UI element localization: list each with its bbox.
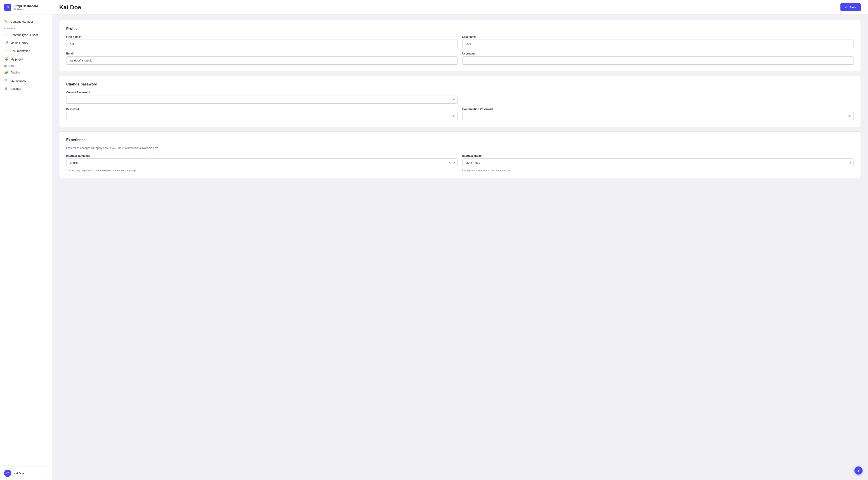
- email-label: Email*: [66, 52, 458, 55]
- sidebar-item-label: Plugins: [10, 71, 20, 74]
- sidebar-footer: KD Kai Doe ‹: [0, 466, 52, 480]
- confirm-password-label: Confirmation Password: [462, 108, 854, 111]
- language-label: Interface language: [66, 154, 458, 157]
- sidebar-item-content-type-builder[interactable]: ⊞ Content-Type Builder: [0, 31, 52, 39]
- sidebar: S Strapi Dashboard Workplace ✏️ Content …: [0, 0, 52, 480]
- page-title: Kai Doe: [59, 4, 81, 11]
- mode-select-wrapper: Light mode ▾: [462, 158, 854, 167]
- sidebar-item-media-library[interactable]: 🖼 Media Library: [0, 39, 52, 47]
- mode-hint: Displays your interface in the chosen mo…: [462, 169, 854, 172]
- username-label: Username: [462, 52, 854, 55]
- main-content: Profile First name* Last name Email*: [52, 15, 868, 184]
- sidebar-item-my-plugin[interactable]: 🧩 My plugin: [0, 55, 52, 63]
- mode-label: Interface mode: [462, 154, 854, 157]
- help-button[interactable]: ?: [855, 467, 863, 475]
- username-input[interactable]: [462, 56, 854, 65]
- shopping-cart-icon: 🛒: [4, 79, 8, 83]
- mode-select[interactable]: Light mode: [462, 158, 854, 167]
- confirm-password-group: Confirmation Password 👁: [462, 108, 854, 120]
- sidebar-item-label: Marketplace: [10, 79, 26, 82]
- last-name-label: Last name: [462, 35, 854, 38]
- current-password-wrapper: 👁: [66, 95, 458, 103]
- puzzle-icon: 🧩: [4, 70, 8, 74]
- avatar: KD: [4, 470, 11, 477]
- password-input[interactable]: [66, 112, 458, 120]
- sidebar-item-label: My plugin: [10, 57, 23, 61]
- language-select[interactable]: English: [66, 158, 458, 167]
- profile-card: Profile First name* Last name Email*: [59, 20, 861, 71]
- sidebar-logo: S: [4, 4, 11, 11]
- sidebar-user-info[interactable]: KD Kai Doe: [4, 470, 46, 477]
- current-password-row: Current Password 👁: [66, 91, 854, 103]
- main-header: Kai Doe ✓ Save: [52, 0, 868, 15]
- username-group: Username: [462, 52, 854, 65]
- current-password-input[interactable]: [66, 95, 458, 103]
- sidebar-item-marketplace[interactable]: 🛒 Marketplace: [0, 77, 52, 85]
- last-name-group: Last name: [462, 35, 854, 48]
- here-link[interactable]: here: [153, 147, 158, 150]
- password-label: Password: [66, 108, 458, 111]
- sidebar-app-name: Strapi Dashboard: [13, 4, 38, 8]
- profile-card-title: Profile: [66, 27, 854, 31]
- sidebar-workspace: Workplace: [13, 8, 38, 10]
- edit-icon: ✏️: [4, 20, 8, 24]
- confirm-password-wrapper: 👁: [462, 112, 854, 120]
- password-card-title: Change password: [66, 82, 854, 86]
- new-password-row: Password 👁 Confirmation Password 👁: [66, 108, 854, 120]
- puzzle-icon: 🧩: [4, 57, 8, 61]
- sidebar-section-plugins: PLUGINS: [0, 26, 52, 31]
- experience-row: Interface language English ✕ ▾ This will…: [66, 154, 854, 172]
- toggle-password-visibility-icon[interactable]: 👁: [452, 114, 455, 118]
- sidebar-item-label: Content-Type Builder: [10, 33, 38, 37]
- toggle-confirm-password-visibility-icon[interactable]: 👁: [848, 114, 851, 118]
- experience-subtitle: Preference changes will apply only to yo…: [66, 147, 854, 150]
- sidebar-header: S Strapi Dashboard Workplace: [0, 0, 52, 15]
- mode-group: Interface mode Light mode ▾ Displays you…: [462, 154, 854, 172]
- sidebar-item-plugins[interactable]: 🧩 Plugins: [0, 68, 52, 77]
- sidebar-title: Strapi Dashboard Workplace: [13, 4, 38, 10]
- sidebar-item-documentation[interactable]: ℹ Documentation: [0, 47, 52, 55]
- sidebar-nav: ✏️ Content Manager PLUGINS ⊞ Content-Typ…: [0, 15, 52, 466]
- required-star: *: [73, 52, 74, 55]
- current-password-label: Current Password: [66, 91, 458, 94]
- email-row: Email* Username: [66, 52, 854, 65]
- grid-icon: ⊞: [4, 33, 8, 37]
- password-group: Password 👁: [66, 108, 458, 120]
- email-input[interactable]: [66, 56, 458, 65]
- password-card: Change password Current Password 👁 Passw…: [59, 76, 861, 127]
- first-name-label: First name*: [66, 35, 458, 38]
- experience-card: Experience Preference changes will apply…: [59, 131, 861, 178]
- clear-language-icon[interactable]: ✕: [448, 161, 451, 164]
- save-button[interactable]: ✓ Save: [840, 3, 861, 11]
- name-row: First name* Last name: [66, 35, 854, 48]
- last-name-input[interactable]: [462, 39, 854, 48]
- language-hint: This will only display your own interfac…: [66, 169, 458, 172]
- email-group: Email*: [66, 52, 458, 65]
- password-wrapper: 👁: [66, 112, 458, 120]
- gear-icon: ⚙: [4, 87, 8, 91]
- sidebar-item-settings[interactable]: ⚙ Settings: [0, 85, 52, 93]
- toggle-password-visibility-icon[interactable]: 👁: [452, 97, 455, 101]
- experience-card-title: Experience: [66, 138, 854, 142]
- first-name-input[interactable]: [66, 39, 458, 48]
- sidebar-item-label: Content Manager: [10, 20, 33, 23]
- main-content-area: Kai Doe ✓ Save Profile First name* Last …: [52, 0, 868, 480]
- required-star: *: [80, 35, 81, 38]
- sidebar-username: Kai Doe: [13, 472, 24, 475]
- save-button-label: Save: [849, 6, 856, 9]
- language-select-wrapper: English ✕ ▾: [66, 158, 458, 167]
- sidebar-item-label: Documentation: [10, 49, 30, 53]
- confirm-password-input[interactable]: [462, 112, 854, 120]
- sidebar-item-content-manager[interactable]: ✏️ Content Manager: [0, 18, 52, 26]
- current-password-group: Current Password 👁: [66, 91, 458, 103]
- empty-spacer: [462, 91, 854, 103]
- first-name-group: First name*: [66, 35, 458, 48]
- checkmark-icon: ✓: [845, 5, 848, 9]
- language-group: Interface language English ✕ ▾ This will…: [66, 154, 458, 172]
- image-icon: 🖼: [4, 41, 8, 45]
- collapse-sidebar-button[interactable]: ‹: [46, 471, 48, 475]
- sidebar-item-label: Media Library: [10, 41, 28, 44]
- info-icon: ℹ: [4, 49, 8, 53]
- sidebar-item-label: Settings: [10, 87, 21, 90]
- sidebar-section-general: GENERAL: [0, 63, 52, 68]
